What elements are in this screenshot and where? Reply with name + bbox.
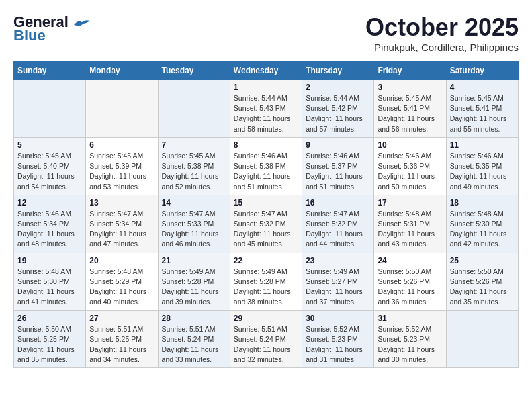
sunset-info: Sunset: 5:43 PM [234, 104, 286, 112]
sunset-info: Sunset: 5:33 PM [162, 220, 214, 228]
calendar-cell [446, 310, 518, 368]
day-number: 30 [306, 314, 370, 323]
day-number: 5 [17, 140, 82, 150]
daylight-hours: Daylight: 11 hours and 56 minutes. [378, 114, 435, 132]
calendar-week-row: 12Sunrise: 5:46 AMSunset: 5:34 PMDayligh… [14, 195, 519, 253]
header-monday: Monday [86, 62, 158, 80]
sunrise-info: Sunrise: 5:48 AM [378, 210, 431, 218]
day-number: 12 [17, 198, 82, 208]
day-info: Sunrise: 5:51 AMSunset: 5:25 PMDaylight:… [89, 324, 154, 365]
day-info: Sunrise: 5:46 AMSunset: 5:35 PMDaylight:… [450, 151, 515, 192]
calendar-cell: 11Sunrise: 5:46 AMSunset: 5:35 PMDayligh… [446, 137, 518, 195]
sunset-info: Sunset: 5:39 PM [89, 162, 142, 170]
sunrise-info: Sunrise: 5:52 AM [378, 325, 431, 333]
calendar-cell: 6Sunrise: 5:45 AMSunset: 5:39 PMDaylight… [86, 137, 158, 195]
calendar-cell: 22Sunrise: 5:49 AMSunset: 5:28 PMDayligh… [230, 253, 302, 310]
sunset-info: Sunset: 5:32 PM [306, 220, 358, 228]
calendar-cell: 15Sunrise: 5:47 AMSunset: 5:32 PMDayligh… [230, 195, 302, 253]
header-friday: Friday [374, 62, 446, 80]
daylight-hours: Daylight: 11 hours and 50 minutes. [378, 172, 435, 190]
day-number: 17 [378, 198, 442, 208]
sunrise-info: Sunrise: 5:48 AM [17, 267, 71, 275]
sunset-info: Sunset: 5:34 PM [89, 220, 142, 228]
calendar-cell: 18Sunrise: 5:48 AMSunset: 5:30 PMDayligh… [446, 195, 518, 253]
day-info: Sunrise: 5:47 AMSunset: 5:33 PMDaylight:… [162, 209, 226, 250]
day-info: Sunrise: 5:50 AMSunset: 5:26 PMDaylight:… [378, 267, 442, 308]
calendar-cell [86, 80, 158, 138]
header-tuesday: Tuesday [158, 62, 230, 80]
day-info: Sunrise: 5:46 AMSunset: 5:34 PMDaylight:… [17, 209, 82, 250]
day-number: 16 [306, 198, 370, 208]
sunrise-info: Sunrise: 5:50 AM [450, 267, 504, 275]
calendar-week-row: 5Sunrise: 5:45 AMSunset: 5:40 PMDaylight… [14, 137, 519, 195]
month-title: October 2025 [365, 13, 519, 42]
day-info: Sunrise: 5:48 AMSunset: 5:31 PMDaylight:… [378, 209, 442, 250]
day-info: Sunrise: 5:51 AMSunset: 5:24 PMDaylight:… [162, 324, 226, 365]
sunset-info: Sunset: 5:38 PM [234, 162, 286, 170]
day-number: 31 [378, 314, 442, 323]
calendar-cell: 10Sunrise: 5:46 AMSunset: 5:36 PMDayligh… [374, 137, 446, 195]
calendar-cell [14, 80, 86, 138]
daylight-hours: Daylight: 11 hours and 32 minutes. [234, 345, 291, 363]
daylight-hours: Daylight: 11 hours and 45 minutes. [234, 230, 291, 248]
logo: General Blue [13, 13, 91, 44]
calendar-cell [158, 80, 230, 138]
sunrise-info: Sunrise: 5:46 AM [306, 152, 359, 160]
calendar-cell: 24Sunrise: 5:50 AMSunset: 5:26 PMDayligh… [374, 253, 446, 310]
daylight-hours: Daylight: 11 hours and 35 minutes. [450, 287, 507, 306]
sunrise-info: Sunrise: 5:52 AM [306, 325, 359, 333]
header-wednesday: Wednesday [230, 62, 302, 80]
daylight-hours: Daylight: 11 hours and 38 minutes. [234, 287, 291, 306]
calendar-cell: 1Sunrise: 5:44 AMSunset: 5:43 PMDaylight… [230, 80, 302, 138]
sunrise-info: Sunrise: 5:49 AM [306, 267, 359, 275]
sunrise-info: Sunrise: 5:50 AM [378, 267, 431, 275]
day-info: Sunrise: 5:46 AMSunset: 5:38 PMDaylight:… [234, 151, 298, 192]
sunrise-info: Sunrise: 5:46 AM [378, 152, 431, 160]
sunrise-info: Sunrise: 5:48 AM [450, 210, 504, 218]
day-number: 6 [89, 140, 154, 150]
sunset-info: Sunset: 5:37 PM [306, 162, 358, 170]
calendar-cell: 5Sunrise: 5:45 AMSunset: 5:40 PMDaylight… [14, 137, 86, 195]
day-info: Sunrise: 5:47 AMSunset: 5:32 PMDaylight:… [306, 209, 370, 250]
daylight-hours: Daylight: 11 hours and 31 minutes. [306, 345, 363, 363]
sunrise-info: Sunrise: 5:48 AM [89, 267, 143, 275]
day-number: 29 [234, 314, 298, 323]
day-number: 19 [17, 256, 82, 265]
calendar-cell: 26Sunrise: 5:50 AMSunset: 5:25 PMDayligh… [14, 310, 86, 368]
sunset-info: Sunset: 5:25 PM [17, 335, 70, 343]
day-info: Sunrise: 5:48 AMSunset: 5:30 PMDaylight:… [450, 209, 515, 250]
sunset-info: Sunset: 5:31 PM [378, 220, 430, 228]
calendar-cell: 2Sunrise: 5:44 AMSunset: 5:42 PMDaylight… [302, 80, 374, 138]
calendar-week-row: 26Sunrise: 5:50 AMSunset: 5:25 PMDayligh… [14, 310, 519, 368]
daylight-hours: Daylight: 11 hours and 58 minutes. [234, 114, 291, 132]
header-thursday: Thursday [302, 62, 374, 80]
daylight-hours: Daylight: 11 hours and 46 minutes. [162, 230, 219, 248]
sunset-info: Sunset: 5:24 PM [162, 335, 214, 343]
day-number: 4 [450, 83, 515, 92]
day-info: Sunrise: 5:47 AMSunset: 5:34 PMDaylight:… [89, 209, 154, 250]
sunrise-info: Sunrise: 5:49 AM [234, 267, 287, 275]
daylight-hours: Daylight: 11 hours and 39 minutes. [162, 287, 219, 306]
calendar-cell: 7Sunrise: 5:45 AMSunset: 5:38 PMDaylight… [158, 137, 230, 195]
day-info: Sunrise: 5:47 AMSunset: 5:32 PMDaylight:… [234, 209, 298, 250]
calendar-cell: 21Sunrise: 5:49 AMSunset: 5:28 PMDayligh… [158, 253, 230, 310]
day-number: 28 [162, 314, 226, 323]
daylight-hours: Daylight: 11 hours and 40 minutes. [89, 287, 146, 306]
day-info: Sunrise: 5:50 AMSunset: 5:25 PMDaylight:… [17, 324, 82, 365]
sunset-info: Sunset: 5:30 PM [17, 277, 70, 285]
day-info: Sunrise: 5:52 AMSunset: 5:23 PMDaylight:… [306, 324, 370, 365]
day-info: Sunrise: 5:48 AMSunset: 5:30 PMDaylight:… [17, 267, 82, 308]
sunrise-info: Sunrise: 5:46 AM [234, 152, 287, 160]
sunset-info: Sunset: 5:24 PM [234, 335, 286, 343]
sunrise-info: Sunrise: 5:45 AM [162, 152, 216, 160]
day-info: Sunrise: 5:46 AMSunset: 5:36 PMDaylight:… [378, 151, 442, 192]
calendar-cell: 19Sunrise: 5:48 AMSunset: 5:30 PMDayligh… [14, 253, 86, 310]
sunset-info: Sunset: 5:23 PM [306, 335, 358, 343]
day-number: 15 [234, 198, 298, 208]
sunset-info: Sunset: 5:26 PM [378, 277, 430, 285]
day-number: 8 [234, 140, 298, 150]
daylight-hours: Daylight: 11 hours and 53 minutes. [89, 172, 146, 190]
calendar-body: 1Sunrise: 5:44 AMSunset: 5:43 PMDaylight… [14, 80, 519, 368]
location-subtitle: Pinukpuk, Cordillera, Philippines [365, 42, 519, 53]
day-number: 24 [378, 256, 442, 265]
